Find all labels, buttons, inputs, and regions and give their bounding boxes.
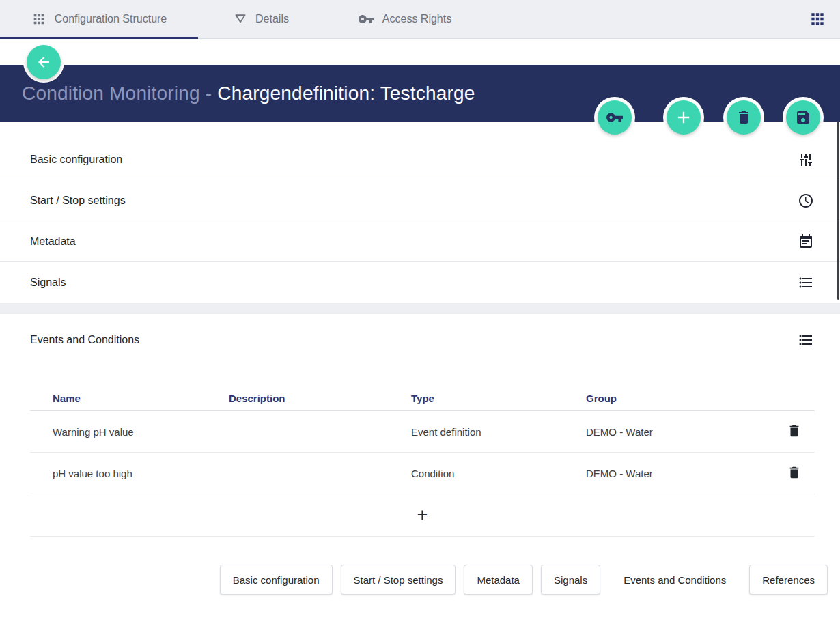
section-list: Basic configuration Start / Stop setting… (0, 122, 840, 303)
list-icon (798, 274, 814, 291)
trash-icon (736, 109, 752, 126)
page-header: Condition Monitoring - Chargendefinition… (0, 65, 840, 122)
tab-configuration-structure[interactable]: Configuration Structure (0, 0, 198, 38)
tab-access-rights[interactable]: Access Rights (324, 0, 485, 38)
bottom-section-nav: Basic configuration Start / Stop setting… (0, 565, 840, 595)
page-title: Condition Monitoring - Chargendefinition… (22, 83, 475, 104)
events-and-conditions-card: Events and Conditions Name Description T… (0, 314, 840, 622)
apps-grid-icon[interactable] (809, 10, 826, 28)
add-event-row[interactable]: + (30, 494, 815, 537)
section-signals[interactable]: Signals (0, 262, 840, 303)
section-label: Basic configuration (30, 154, 122, 166)
column-header-description: Description (229, 393, 411, 404)
section-label: Metadata (30, 236, 76, 248)
add-button[interactable] (667, 100, 701, 135)
cell-name: Warning pH value (30, 426, 229, 438)
list-icon[interactable] (798, 332, 814, 348)
trash-icon (787, 465, 802, 482)
fab-notch (723, 97, 764, 138)
clock-icon (798, 193, 814, 209)
nav-chip-events-and-conditions[interactable]: Events and Conditions (608, 565, 741, 595)
cell-group: DEMO - Water (586, 468, 774, 479)
events-table: Name Description Type Group Warning pH v… (30, 386, 815, 537)
toolbar-strip (0, 39, 840, 65)
section-metadata[interactable]: Metadata (0, 221, 840, 262)
cell-group: DEMO - Water (586, 426, 774, 438)
fab-notch (663, 97, 704, 138)
trash-icon (787, 423, 802, 440)
fab-notch (594, 97, 635, 138)
page-title-prefix: Condition Monitoring - (22, 83, 217, 104)
column-header-name: Name (30, 393, 229, 404)
cell-type: Condition (411, 468, 586, 479)
table-row[interactable]: pH value too high Condition DEMO - Water (30, 453, 815, 494)
nav-chip-references[interactable]: References (749, 565, 828, 595)
access-key-button[interactable] (598, 100, 632, 135)
tab-label: Access Rights (382, 13, 451, 25)
save-button[interactable] (786, 100, 820, 135)
events-card-title: Events and Conditions (30, 334, 139, 346)
key-icon (358, 11, 374, 27)
grid-icon (31, 12, 46, 27)
tab-details[interactable]: Details (198, 0, 324, 38)
section-label: Start / Stop settings (30, 195, 126, 207)
fab-notch (783, 97, 824, 138)
section-basic-configuration[interactable]: Basic configuration (0, 139, 840, 180)
save-icon (795, 109, 811, 126)
add-icon: + (417, 506, 428, 524)
section-start-stop-settings[interactable]: Start / Stop settings (0, 180, 840, 221)
tune-icon (798, 152, 814, 168)
filter-icon (234, 12, 247, 26)
add-icon (674, 108, 693, 127)
back-button-notch (23, 42, 64, 83)
nav-chip-start-stop-settings[interactable]: Start / Stop settings (341, 565, 456, 595)
table-row[interactable]: Warning pH value Event definition DEMO -… (30, 411, 815, 453)
row-delete-button[interactable] (782, 419, 807, 444)
row-delete-button[interactable] (782, 461, 807, 485)
events-card-header: Events and Conditions (0, 314, 840, 348)
nav-chip-basic-configuration[interactable]: Basic configuration (220, 565, 333, 595)
back-button[interactable] (27, 45, 61, 79)
column-header-type: Type (411, 393, 586, 404)
calendar-icon (798, 234, 814, 250)
column-header-group: Group (586, 393, 774, 404)
card-gap (0, 303, 840, 314)
nav-chip-metadata[interactable]: Metadata (464, 565, 533, 595)
cell-name: pH value too high (30, 468, 229, 479)
scrollbar-thumb[interactable] (837, 121, 839, 300)
tab-label: Configuration Structure (55, 13, 167, 25)
app-root: Configuration Structure Details Access R… (0, 0, 840, 622)
tab-label: Details (255, 13, 289, 25)
cell-type: Event definition (411, 426, 586, 438)
tabbar-spacer (485, 0, 809, 38)
page-title-main: Chargendefinition: Testcharge (217, 83, 475, 104)
arrow-left-icon (36, 54, 52, 70)
events-table-header: Name Description Type Group (30, 386, 815, 411)
delete-button[interactable] (727, 100, 761, 135)
key-icon (606, 109, 624, 126)
top-tab-bar: Configuration Structure Details Access R… (0, 0, 840, 39)
section-label: Signals (30, 277, 66, 289)
nav-chip-signals[interactable]: Signals (541, 565, 600, 595)
